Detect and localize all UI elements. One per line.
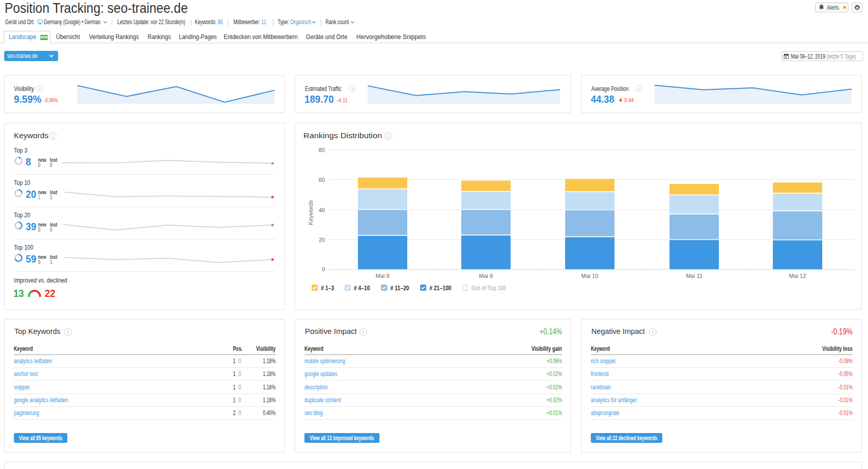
svg-text:80: 80 bbox=[319, 147, 325, 153]
svg-text:0: 0 bbox=[322, 266, 325, 272]
svg-text:40: 40 bbox=[319, 207, 325, 213]
svg-text:Mai 11: Mai 11 bbox=[686, 273, 702, 279]
svg-text:60: 60 bbox=[319, 177, 325, 183]
svg-text:Mai 9: Mai 9 bbox=[479, 273, 493, 279]
svg-text:Keywords: Keywords bbox=[308, 200, 314, 225]
svg-text:Mai 8: Mai 8 bbox=[376, 273, 390, 279]
svg-text:20: 20 bbox=[319, 237, 325, 243]
svg-text:Mai 10: Mai 10 bbox=[581, 273, 598, 279]
svg-text:Mai 12: Mai 12 bbox=[789, 273, 806, 279]
